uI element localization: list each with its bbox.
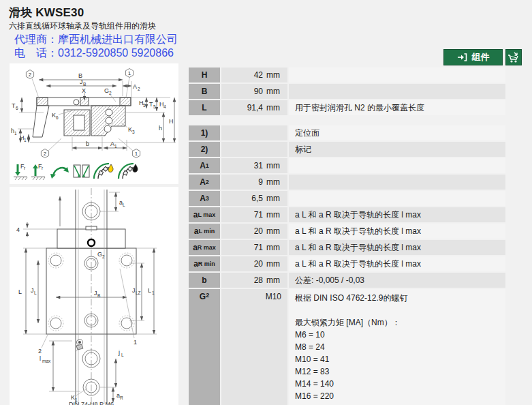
table-row: A36,5mm	[189, 191, 505, 206]
param-label: aL min	[189, 224, 220, 239]
page-subtitle: 六排直线循环球轴承及导轨组件用的滑块	[9, 20, 156, 32]
svg-text:L: L	[18, 288, 22, 295]
param-label: G2	[189, 289, 220, 405]
table-row: G2M10根据 DIN ISO 4762-12.9的螺钉 最大锁紧力矩 [MA]…	[189, 289, 505, 405]
param-value: 20mm	[221, 256, 287, 271]
param-value: 9mm	[221, 175, 287, 190]
svg-text:6: 6	[16, 106, 18, 110]
param-label: aR min	[189, 256, 220, 271]
param-label: aL max	[189, 207, 220, 222]
param-value: 71mm	[221, 240, 287, 255]
svg-text:X: X	[82, 87, 86, 94]
svg-text:r: r	[24, 166, 26, 170]
param-value: 20mm	[221, 224, 287, 239]
component-button-label: 组件	[472, 51, 490, 63]
torque-icon	[50, 167, 69, 179]
feature-icons: F r F r	[12, 163, 146, 181]
svg-text:L: L	[148, 287, 151, 294]
svg-text:l: l	[40, 355, 41, 362]
top-view-drawing-panel: a L 4 G 2 L J L J LZ L 1 J B 2 1	[10, 187, 178, 405]
component-button[interactable]: 组件	[443, 49, 503, 65]
svg-text:J: J	[80, 78, 83, 85]
param-value: 90mm	[221, 84, 287, 99]
svg-text:B: B	[83, 82, 86, 87]
cart-icon	[507, 52, 520, 63]
side-seals-icon	[74, 165, 89, 177]
page-title: 滑块 KWSE30	[9, 5, 84, 20]
param-note: 用于密封润滑孔 N2 的最小覆盖长度	[289, 100, 505, 115]
svg-text:r: r	[42, 166, 44, 170]
table-row: A131mm	[189, 158, 505, 173]
svg-text:A: A	[133, 83, 137, 90]
svg-text:B: B	[97, 293, 100, 298]
svg-text:6: 6	[56, 115, 59, 120]
param-value	[221, 142, 287, 157]
top-view-drawing: a L 4 G 2 L J L J LZ L 1 J B 2 1	[10, 187, 178, 405]
svg-text:1: 1	[114, 144, 117, 149]
cross-section-drawing: 2 1 2 1 B J B A 2 X G 2 T 6 h 1 H	[10, 63, 178, 163]
svg-text:max: max	[42, 359, 51, 363]
table-row: A29mm	[189, 175, 505, 190]
table-row: aL min20mma L 和 a R 取决于导轨的长度 l max	[189, 224, 505, 239]
svg-text:b: b	[86, 140, 89, 147]
param-value	[221, 125, 287, 140]
svg-text:j: j	[118, 349, 120, 356]
param-note: a L 和 a R 取决于导轨的长度 l max	[289, 256, 505, 271]
table-row: 1)定位面	[189, 125, 505, 140]
param-note: 根据 DIN ISO 4762-12.9的螺钉 最大锁紧力矩 [MA]（Nm）：…	[289, 289, 505, 405]
dealer-phone: 电 话：0312-5920850 5920866	[14, 46, 178, 60]
svg-text:R: R	[120, 395, 123, 400]
param-note	[289, 158, 505, 173]
load-up-icon: F r	[31, 163, 45, 180]
svg-text:LZ: LZ	[136, 290, 141, 295]
svg-text:5: 5	[143, 103, 146, 108]
svg-text:h: h	[159, 125, 162, 132]
svg-text:4: 4	[16, 226, 20, 233]
svg-text:H: H	[169, 118, 174, 125]
table-row: aR max71mma L 和 a R 取决于导轨的长度 l max	[189, 240, 505, 255]
table-row: B90mm	[189, 84, 505, 99]
drawing-caption: DIN 74-H8 P M6	[69, 401, 114, 405]
arrow-into-bracket-icon	[457, 53, 467, 61]
grease-lubrication-icon	[119, 164, 138, 179]
svg-text:1: 1	[14, 131, 17, 136]
param-note: a L 和 a R 取决于导轨的长度 l max	[289, 240, 505, 255]
dealer-info: 代理商：摩西机械进出口有限公司 电 话：0312-5920850 5920866	[14, 33, 178, 60]
svg-text:1: 1	[135, 151, 138, 157]
param-label: B	[189, 84, 220, 99]
param-note: a L 和 a R 取决于导轨的长度 l max	[289, 224, 505, 239]
param-value: 71mm	[221, 207, 287, 222]
param-value: 28mm	[221, 273, 287, 288]
svg-text:J: J	[31, 287, 34, 294]
svg-text:5: 5	[153, 104, 156, 109]
param-value: 31mm	[221, 158, 287, 173]
load-down-icon: F r	[14, 163, 27, 180]
table-row: aR min20mma L 和 a R 取决于导轨的长度 l max	[189, 256, 505, 271]
table-row: b28mm公差: -0,005 / -0,03	[189, 273, 505, 288]
add-to-cart-button[interactable]	[505, 49, 522, 65]
svg-text:1: 1	[128, 70, 131, 76]
svg-text:L: L	[121, 352, 124, 357]
feature-icon-row: F r F r	[12, 162, 146, 182]
param-label: H	[189, 68, 220, 82]
param-note	[289, 175, 505, 190]
svg-text:L: L	[123, 202, 125, 207]
table-row: H42mm	[189, 68, 505, 82]
svg-text:1: 1	[134, 339, 137, 346]
cross-section-drawing-panel: 2 1 2 1 B J B A 2 X G 2 T 6 h 1 H	[10, 63, 178, 184]
param-label: aR max	[189, 240, 220, 255]
param-value: 6,5mm	[221, 191, 287, 206]
param-note: a L 和 a R 取决于导轨的长度 l max	[289, 207, 505, 222]
table-row: L91,4mm用于密封润滑孔 N2 的最小覆盖长度	[189, 100, 505, 115]
param-label: b	[189, 273, 220, 288]
param-note: 标记	[289, 142, 505, 157]
svg-text:L: L	[34, 290, 37, 295]
svg-text:3: 3	[132, 130, 135, 134]
param-note: 定位面	[289, 125, 505, 140]
param-label: 2)	[189, 142, 220, 157]
param-label: A2	[189, 175, 220, 190]
svg-text:2: 2	[38, 348, 42, 355]
svg-text:J: J	[94, 290, 97, 297]
param-note	[289, 84, 505, 99]
param-note	[289, 68, 505, 82]
